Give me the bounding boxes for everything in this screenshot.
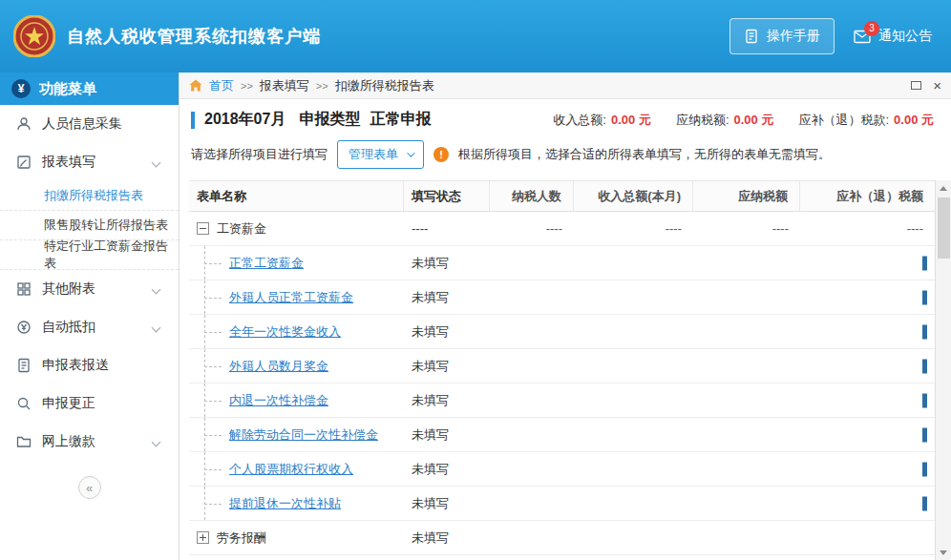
submenu-item-restricted-shares[interactable]: 限售股转让所得报告表 bbox=[0, 211, 179, 240]
sidebar-item-label: 其他附表 bbox=[42, 280, 95, 298]
notice-button[interactable]: 3 通知公告 bbox=[848, 19, 938, 53]
sidebar-item-other-schedules[interactable]: 其他附表 bbox=[0, 270, 179, 308]
row-marker bbox=[922, 427, 927, 442]
menu-header: 功能菜单 bbox=[0, 73, 179, 105]
form-name-cell: 内退一次性补偿金 bbox=[189, 384, 404, 417]
breadcrumb-current: 扣缴所得税报告表 bbox=[335, 77, 434, 94]
sidebar-item-label: 自动抵扣 bbox=[42, 319, 95, 336]
table-row: 全年一次性奖金收入 未填写 bbox=[189, 315, 935, 349]
manual-button-label: 操作手册 bbox=[767, 28, 820, 45]
manage-forms-button[interactable]: 管理表单 bbox=[337, 140, 424, 169]
income-cell: ---- bbox=[574, 212, 693, 245]
home-icon bbox=[189, 79, 202, 92]
maximize-icon[interactable] bbox=[911, 81, 921, 90]
submenu-item-specific-industry[interactable]: 特定行业工资薪金报告表 bbox=[0, 240, 179, 270]
table-row: 外籍人员正常工资薪金 未填写 bbox=[189, 280, 935, 315]
table-scrollbar[interactable] bbox=[935, 180, 951, 560]
form-name-cell: 提前退休一次性补贴 bbox=[189, 487, 404, 520]
submenu-item-label: 特定行业工资薪金报告表 bbox=[44, 238, 179, 272]
status-cell: 未填写 bbox=[404, 418, 490, 451]
sidebar-item-report-fill[interactable]: 报表填写 bbox=[0, 143, 179, 181]
status-cell: 未填写 bbox=[404, 315, 490, 348]
coin-icon bbox=[11, 79, 31, 98]
table-row: 提前退休一次性补贴 未填写 bbox=[189, 487, 935, 521]
sidebar-item-label: 报表填写 bbox=[42, 154, 95, 171]
collapse-expander-icon[interactable] bbox=[197, 222, 209, 235]
sidebar-collapse-button[interactable] bbox=[78, 476, 101, 499]
envelope-icon: 3 bbox=[854, 30, 871, 44]
row-marker bbox=[922, 359, 927, 373]
status-cell: 未填写 bbox=[404, 521, 490, 554]
form-link[interactable]: 解除劳动合同一次性补偿金 bbox=[229, 426, 378, 444]
toolbar-info-text: 根据所得项目，选择合适的所得表单填写，无所得的表单无需填写。 bbox=[458, 146, 831, 163]
form-link[interactable]: 正常工资薪金 bbox=[229, 255, 304, 272]
scrollbar-thumb[interactable] bbox=[938, 197, 950, 259]
header-total-income: 收入总额(本月) bbox=[574, 181, 693, 211]
notice-button-label: 通知公告 bbox=[878, 28, 932, 45]
sidebar-item-auto-deduction[interactable]: 自动抵扣 bbox=[0, 308, 179, 346]
group-row-salary: 工资薪金 ---- ---- ---- ---- ---- bbox=[189, 212, 935, 246]
form-link[interactable]: 外籍人员正常工资薪金 bbox=[229, 289, 353, 306]
top-actions: 操作手册 3 通知公告 bbox=[729, 18, 938, 54]
expand-expander-icon[interactable] bbox=[197, 531, 209, 544]
header-taxpayer-count: 纳税人数 bbox=[490, 181, 574, 211]
submenu-item-withholding-report[interactable]: 扣缴所得税报告表 bbox=[0, 181, 179, 211]
group-name-cell: 劳务报酬 bbox=[189, 521, 404, 554]
menu-title: 功能菜单 bbox=[39, 80, 96, 98]
scroll-down-arrow[interactable] bbox=[936, 545, 951, 560]
chevron-down-icon bbox=[152, 322, 161, 332]
main-area: 首页 >> 报表填写 >> 扣缴所得税报告表 2018年07月 申报类型 正常申… bbox=[180, 73, 951, 560]
form-link[interactable]: 全年一次性奖金收入 bbox=[229, 323, 341, 341]
form-name-cell: 全年一次性奖金收入 bbox=[189, 315, 404, 348]
notice-badge: 3 bbox=[864, 21, 879, 36]
header-fill-status: 填写状态 bbox=[404, 181, 490, 211]
refund-cell: ---- bbox=[800, 212, 935, 245]
window-controls bbox=[911, 78, 941, 93]
chevron-down-icon bbox=[152, 284, 161, 294]
sidebar-item-personnel[interactable]: 人员信息采集 bbox=[0, 105, 179, 143]
sidebar-nav: 人员信息采集 报表填写 扣缴所得税报告表 bbox=[0, 105, 179, 461]
group-row-labor: 劳务报酬 未填写 bbox=[189, 521, 935, 555]
form-link[interactable]: 外籍人员数月奖金 bbox=[229, 358, 328, 375]
app-title: 自然人税收管理系统扣缴客户端 bbox=[67, 25, 321, 48]
search-icon bbox=[15, 395, 32, 412]
breadcrumb-home[interactable]: 首页 bbox=[209, 77, 234, 94]
row-marker bbox=[922, 462, 927, 476]
brand: 自然人税收管理系统扣缴客户端 bbox=[13, 15, 321, 57]
tax-cell: ---- bbox=[693, 212, 800, 245]
declaration-type-value: 正常申报 bbox=[370, 110, 431, 130]
toolbar-hint: 请选择所得项目进行填写 bbox=[191, 146, 328, 163]
sidebar-item-report-submit[interactable]: 申报表报送 bbox=[0, 346, 179, 384]
status-cell: 未填写 bbox=[404, 487, 490, 520]
sidebar-item-online-payment[interactable]: 网上缴款 bbox=[0, 423, 179, 461]
status-cell: 未填写 bbox=[404, 246, 490, 280]
breadcrumb: 首页 >> 报表填写 >> 扣缴所得税报告表 bbox=[180, 73, 951, 99]
document-icon bbox=[744, 29, 759, 44]
row-marker bbox=[922, 324, 927, 339]
form-link[interactable]: 内退一次性补偿金 bbox=[229, 392, 328, 409]
forms-table-wrap: 表单名称 填写状态 纳税人数 收入总额(本月) 应纳税额 应补（退）税额 工资薪… bbox=[189, 180, 951, 560]
sidebar-item-declaration-correction[interactable]: 申报更正 bbox=[0, 384, 179, 423]
sidebar-item-label: 人员信息采集 bbox=[42, 115, 122, 133]
table-row: 解除劳动合同一次性补偿金 未填写 bbox=[189, 418, 935, 452]
title-accent-bar bbox=[191, 112, 195, 129]
form-name-cell: 外籍人员正常工资薪金 bbox=[189, 280, 404, 314]
table-row: 内退一次性补偿金 未填写 bbox=[189, 384, 935, 418]
close-icon[interactable] bbox=[933, 78, 941, 93]
forms-table: 表单名称 填写状态 纳税人数 收入总额(本月) 应纳税额 应补（退）税额 工资薪… bbox=[189, 180, 935, 560]
row-marker bbox=[922, 290, 927, 304]
scroll-up-arrow[interactable] bbox=[936, 180, 951, 196]
report-fill-submenu: 扣缴所得税报告表 限售股转让所得报告表 特定行业工资薪金报告表 bbox=[0, 181, 179, 270]
header-tax-payable: 应纳税额 bbox=[693, 181, 800, 211]
refund-stat: 应补（退）税款: 0.00 元 bbox=[798, 112, 934, 129]
taxpayer-cell: ---- bbox=[490, 212, 574, 245]
form-link[interactable]: 个人股票期权行权收入 bbox=[229, 461, 353, 478]
national-emblem-logo bbox=[13, 15, 55, 57]
chevron-down-icon bbox=[152, 157, 161, 167]
form-link[interactable]: 提前退休一次性补贴 bbox=[229, 495, 341, 512]
breadcrumb-report-fill[interactable]: 报表填写 bbox=[260, 77, 309, 94]
manual-button[interactable]: 操作手册 bbox=[729, 18, 835, 54]
toolbar: 请选择所得项目进行填写 管理表单 根据所得项目，选择合适的所得表单填写，无所得的… bbox=[189, 138, 951, 178]
info-icon bbox=[433, 147, 449, 162]
folder-icon bbox=[15, 433, 32, 450]
